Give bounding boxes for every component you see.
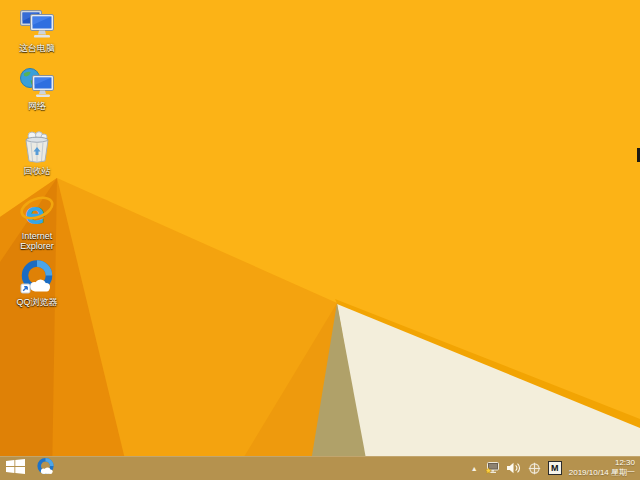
taskbar-qq-browser-button[interactable] (30, 456, 60, 480)
desktop-icon-label: 网络 (28, 101, 46, 111)
wallpaper-facet-mid (0, 0, 640, 480)
wallpaper-facet-mid2 (0, 0, 640, 480)
system-tray: ▲ (471, 458, 640, 478)
clock-time: 12:30 (569, 458, 635, 468)
recycle-bin-icon (23, 131, 51, 163)
network-status-icon[interactable] (485, 462, 500, 475)
qq-browser-icon (20, 262, 54, 294)
desktop-icon-qq-browser[interactable]: QQ浏览器 (2, 262, 72, 307)
desktop: 这台电脑 网络 (0, 0, 640, 480)
taskbar-clock[interactable]: 12:30 2019/10/14 星期一 (569, 458, 635, 478)
network-icon (20, 66, 54, 98)
this-pc-icon (20, 8, 54, 40)
clock-date: 2019/10/14 星期一 (569, 468, 635, 478)
start-button[interactable] (0, 456, 30, 480)
windows-logo-icon (6, 459, 25, 478)
taskbar: ▲ (0, 456, 640, 480)
desktop-icon-recycle-bin[interactable]: 回收站 (2, 131, 72, 176)
volume-icon[interactable] (507, 462, 521, 474)
crosshair-tray-icon[interactable] (528, 462, 541, 475)
show-hidden-icons-chevron-icon[interactable]: ▲ (471, 465, 478, 472)
desktop-icon-this-pc[interactable]: 这台电脑 (2, 8, 72, 53)
internet-explorer-icon: e (19, 196, 55, 228)
ime-indicator[interactable]: M (548, 461, 562, 475)
wallpaper-facet-cream (0, 0, 640, 480)
desktop-icon-label: QQ浏览器 (16, 297, 57, 307)
wallpaper-facet-darker (0, 0, 640, 480)
wallpaper-facet-khaki (0, 0, 640, 480)
desktop-icon-label: Internet Explorer (8, 231, 66, 251)
qq-browser-taskbar-icon (36, 457, 55, 480)
desktop-icon-label: 回收站 (24, 166, 51, 176)
desktop-icon-internet-explorer[interactable]: e Internet Explorer (2, 196, 72, 251)
svg-text:e: e (25, 196, 45, 228)
wallpaper-facet-dark (0, 0, 640, 480)
wallpaper-gold-edge-line (0, 0, 640, 480)
desktop-icon-network[interactable]: 网络 (2, 66, 72, 111)
desktop-icon-label: 这台电脑 (19, 43, 55, 53)
